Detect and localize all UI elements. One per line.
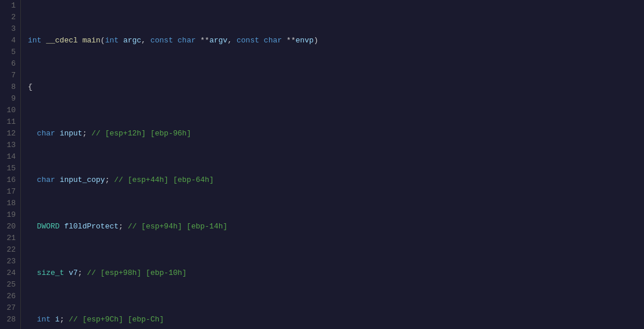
code-line-6: size_t v7; // [esp+98h] [ebp-10h] xyxy=(28,267,644,279)
ln-3: 3 xyxy=(5,23,16,35)
ln-24: 24 xyxy=(5,267,16,279)
ln-1: 1 xyxy=(5,0,16,12)
code-area[interactable]: int __cdecl main(int argc, const char **… xyxy=(21,0,644,329)
ln-17: 17 xyxy=(5,186,16,198)
ln-28: 28 xyxy=(5,314,16,326)
line-numbers: 1 2 3 4 5 6 7 8 9 10 11 12 13 14 15 16 1… xyxy=(0,0,21,329)
ln-11: 11 xyxy=(5,116,16,128)
code-line-1: int __cdecl main(int argc, const char **… xyxy=(28,35,644,47)
ln-13: 13 xyxy=(5,140,16,151)
ln-18: 18 xyxy=(5,198,16,209)
code-line-5: DWORD fl0ldProtect; // [esp+94h] [ebp-14… xyxy=(28,221,644,233)
code-line-3: char input; // [esp+12h] [ebp-96h] xyxy=(28,128,644,140)
code-container: 1 2 3 4 5 6 7 8 9 10 11 12 13 14 15 16 1… xyxy=(0,0,644,329)
code-line-2: { xyxy=(28,81,644,93)
ln-20: 20 xyxy=(5,221,16,233)
ln-8: 8 xyxy=(5,81,16,93)
ln-9: 9 xyxy=(5,93,16,105)
ln-7: 7 xyxy=(5,70,16,81)
ln-27: 27 xyxy=(5,302,16,314)
ln-10: 10 xyxy=(5,105,16,116)
ln-23: 23 xyxy=(5,256,16,267)
ln-12: 12 xyxy=(5,128,16,140)
ln-16: 16 xyxy=(5,174,16,186)
ln-5: 5 xyxy=(5,47,16,58)
ln-22: 22 xyxy=(5,244,16,256)
ln-19: 19 xyxy=(5,209,16,221)
ln-26: 26 xyxy=(5,291,16,302)
ln-2: 2 xyxy=(5,12,16,23)
ln-14: 14 xyxy=(5,151,16,163)
code-line-7: int i; // [esp+9Ch] [ebp-Ch] xyxy=(28,314,644,326)
ln-21: 21 xyxy=(5,233,16,244)
code-line-4: char input_copy; // [esp+44h] [ebp-64h] xyxy=(28,174,644,186)
ln-15: 15 xyxy=(5,163,16,174)
ln-6: 6 xyxy=(5,58,16,70)
ln-4: 4 xyxy=(5,35,16,47)
ln-25: 25 xyxy=(5,279,16,291)
